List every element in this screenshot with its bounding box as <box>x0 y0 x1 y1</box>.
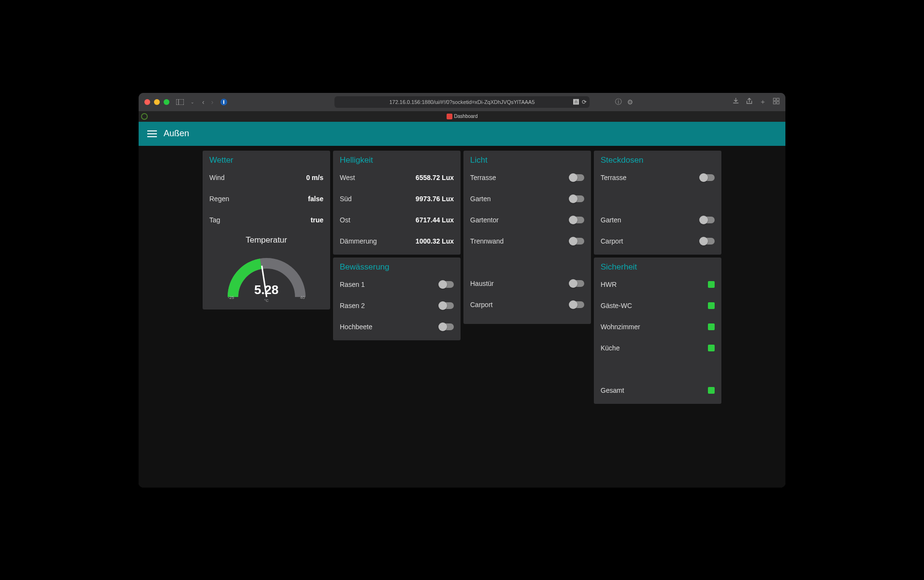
row-bewaesserung-2: Hochbeete <box>340 316 454 337</box>
card-title-sicherheit: Sicherheit <box>601 262 715 272</box>
temperature-gauge: Temperatur 5.28 °C -25 <box>209 231 323 307</box>
macos-titlebar: ⌄ ‹ › 172.16.0.156:1880/ui/#!/0?socketid… <box>139 93 785 111</box>
steckdosen-label-1: Garten <box>601 216 621 224</box>
password-manager-icon[interactable] <box>220 98 228 106</box>
svg-rect-3 <box>223 100 224 104</box>
app-header: Außen <box>139 122 785 146</box>
card-title-licht: Licht <box>470 155 584 165</box>
card-steckdosen: Steckdosen Terrasse Garten Carport <box>594 151 721 255</box>
bewaesserung-label-2: Hochbeete <box>340 323 372 331</box>
tab-favicon <box>447 114 452 119</box>
tab-title[interactable]: Dashboard <box>454 114 478 119</box>
page-title: Außen <box>164 129 189 139</box>
svg-rect-0 <box>176 99 184 105</box>
helligkeit-value-0: 6558.72 Lux <box>416 174 454 181</box>
privacy-report-icon[interactable]: ⓘ <box>615 98 622 106</box>
dashboard-content: Wetter Wind 0 m/s Regen false Tag true <box>139 146 785 488</box>
toggle-rasen-2[interactable] <box>439 302 454 309</box>
sicherheit-label-2: Wohnzimmer <box>601 323 640 331</box>
bewaesserung-label-0: Rasen 1 <box>340 281 365 288</box>
row-sicherheit-3: Küche <box>601 337 715 359</box>
toggle-licht-terrasse[interactable] <box>570 174 584 181</box>
row-helligkeit-1: Süd 9973.76 Lux <box>340 188 454 209</box>
row-sicherheit-2: Wohnzimmer <box>601 316 715 337</box>
dropdown-chevron-icon[interactable]: ⌄ <box>191 100 194 104</box>
bewaesserung-label-1: Rasen 2 <box>340 302 365 309</box>
toggle-licht-gartentor[interactable] <box>570 217 584 223</box>
licht-label-0: Terrasse <box>470 174 496 181</box>
steckdosen-label-2: Carport <box>601 237 623 245</box>
regen-value: false <box>308 195 323 203</box>
gauge-max: 40 <box>300 295 305 300</box>
forward-button[interactable]: › <box>211 98 214 106</box>
row-licht-4: Haustür <box>470 273 584 294</box>
reload-icon[interactable]: ⟳ <box>582 99 587 105</box>
wind-value: 0 m/s <box>306 174 323 181</box>
helligkeit-label-3: Dämmerung <box>340 237 377 245</box>
tag-label: Tag <box>209 216 220 224</box>
svg-rect-6 <box>773 102 776 104</box>
svg-rect-5 <box>777 98 779 101</box>
gauge-title: Temperatur <box>209 235 323 245</box>
wind-label: Wind <box>209 174 225 181</box>
row-wind: Wind 0 m/s <box>209 167 323 188</box>
licht-label-4: Haustür <box>470 280 494 287</box>
row-tag: Tag true <box>209 209 323 231</box>
helligkeit-label-1: Süd <box>340 195 352 203</box>
row-bewaesserung-0: Rasen 1 <box>340 274 454 295</box>
card-title-wetter: Wetter <box>209 155 323 165</box>
maximize-window-button[interactable] <box>164 99 169 105</box>
toggle-steckdose-terrasse[interactable] <box>700 174 715 181</box>
sidebar-toggle-icon[interactable] <box>176 99 184 105</box>
status-hwr <box>708 281 715 288</box>
toggle-licht-trennwand[interactable] <box>570 238 584 245</box>
svg-rect-4 <box>773 98 776 101</box>
window-controls <box>144 99 169 105</box>
back-button[interactable]: ‹ <box>202 98 205 106</box>
pinned-tab[interactable] <box>139 111 150 122</box>
card-bewaesserung: Bewässerung Rasen 1 Rasen 2 Hochbeete <box>333 258 461 340</box>
toggle-licht-garten[interactable] <box>570 195 584 202</box>
settings-gear-icon[interactable]: ⚙ <box>627 98 633 106</box>
menu-icon[interactable] <box>147 130 157 137</box>
url-text: 172.16.0.156:1880/ui/#!/0?socketid=xDi-Z… <box>389 99 535 105</box>
toggle-steckdose-garten[interactable] <box>700 217 715 223</box>
downloads-icon[interactable] <box>732 98 739 106</box>
status-gesamt <box>708 387 715 394</box>
sicherheit-label-1: Gäste-WC <box>601 302 632 309</box>
status-kueche <box>708 345 715 351</box>
translate-icon[interactable]: 🅰 <box>573 99 579 105</box>
licht-label-3: Trennwand <box>470 237 504 245</box>
row-sicherheit-1: Gäste-WC <box>601 295 715 316</box>
toggle-licht-carport[interactable] <box>570 301 584 308</box>
card-wetter: Wetter Wind 0 m/s Regen false Tag true <box>203 151 330 309</box>
row-steckdosen-2: Carport <box>601 231 715 252</box>
row-sicherheit-4: Gesamt <box>601 380 715 401</box>
row-steckdosen-1: Garten <box>601 209 715 231</box>
minimize-window-button[interactable] <box>154 99 160 105</box>
toggle-rasen-1[interactable] <box>439 281 454 288</box>
sicherheit-label-3: Küche <box>601 344 620 352</box>
status-gaeste-wc <box>708 302 715 309</box>
share-icon[interactable] <box>746 98 753 106</box>
tab-overview-icon[interactable] <box>773 98 780 106</box>
toggle-licht-haustuer[interactable] <box>570 280 584 287</box>
browser-window: ⌄ ‹ › 172.16.0.156:1880/ui/#!/0?socketid… <box>139 93 785 488</box>
card-helligkeit: Helligkeit West 6558.72 Lux Süd 9973.76 … <box>333 151 461 255</box>
gauge-unit: °C <box>209 298 323 303</box>
toggle-hochbeete[interactable] <box>439 323 454 330</box>
row-helligkeit-0: West 6558.72 Lux <box>340 167 454 188</box>
new-tab-icon[interactable]: ＋ <box>759 98 766 106</box>
card-licht: Licht Terrasse Garten Gartentor Tren <box>463 151 591 324</box>
card-title-helligkeit: Helligkeit <box>340 155 454 165</box>
steckdosen-label-0: Terrasse <box>601 174 627 181</box>
row-licht-0: Terrasse <box>470 167 584 188</box>
url-bar[interactable]: 172.16.0.156:1880/ui/#!/0?socketid=xDi-Z… <box>334 96 590 108</box>
regen-label: Regen <box>209 195 229 203</box>
toggle-steckdose-carport[interactable] <box>700 238 715 245</box>
row-licht-3: Trennwand <box>470 231 584 252</box>
gauge-min: -25 <box>228 295 234 300</box>
pinned-tab-icon <box>141 113 148 120</box>
row-sicherheit-0: HWR <box>601 274 715 295</box>
close-window-button[interactable] <box>144 99 150 105</box>
